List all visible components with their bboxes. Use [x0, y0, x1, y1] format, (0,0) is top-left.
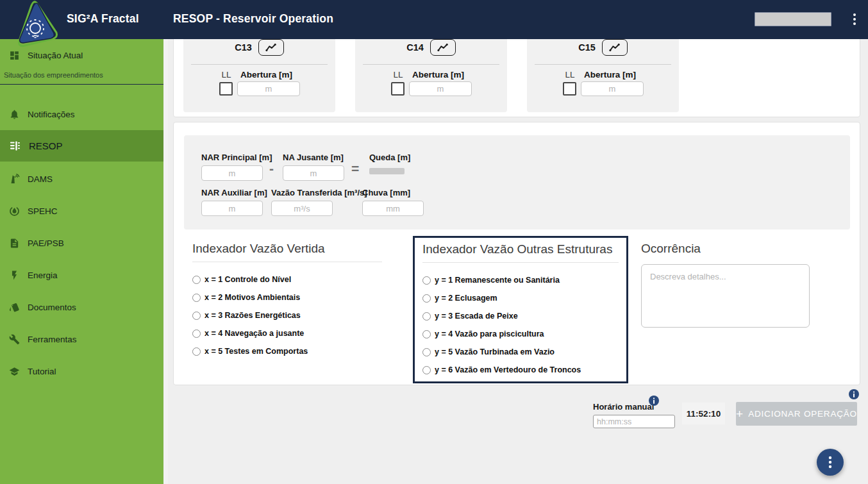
abertura-input[interactable]: [581, 81, 644, 96]
sidebar-item-spehc[interactable]: SPEHC: [0, 203, 163, 219]
sidebar-scrollbar[interactable]: [163, 39, 168, 484]
indexador-vertida-section: Indexador Vazão Vertida x = 1 Controle d…: [192, 242, 382, 360]
indexador-outras-section: Indexador Vazão Outras Estruturas y = 1 …: [413, 236, 628, 383]
sidebar-item-ferramentas[interactable]: Ferramentas: [0, 331, 163, 347]
ocorrencia-textarea[interactable]: [641, 264, 810, 328]
nar-auxiliar-input[interactable]: [201, 201, 263, 216]
horario-manual-input[interactable]: [593, 415, 675, 428]
kebab-menu-icon: [824, 454, 836, 471]
radio-icon[interactable]: [192, 294, 201, 302]
queda-value-bar: [369, 168, 405, 174]
radio-option-y6[interactable]: y = 6 Vazão em Vertedouro de Troncos: [422, 361, 619, 379]
radio-icon[interactable]: [192, 276, 201, 284]
na-jusante-input[interactable]: [283, 165, 344, 181]
fab-more-actions-button[interactable]: [817, 449, 844, 476]
gate-chart-button[interactable]: [258, 39, 284, 56]
radio-icon[interactable]: [422, 294, 431, 303]
radio-icon[interactable]: [192, 330, 201, 338]
sidebar: Situação Atual Situação dos empreendimen…: [0, 39, 163, 484]
ll-checkbox[interactable]: [391, 82, 405, 96]
sidebar-item-documentos[interactable]: Documentos: [0, 299, 163, 315]
ll-label: LL: [391, 70, 405, 79]
tower-signal-icon: [9, 174, 20, 185]
app-logo: [12, 0, 59, 47]
nar-auxiliar-label: NAR Auxiliar [m]: [201, 188, 267, 197]
radio-option-y1[interactable]: y = 1 Remanescente ou Sanitária: [422, 271, 619, 289]
power-drop-icon: [9, 206, 20, 217]
abertura-label: Abertura [m]: [412, 70, 464, 79]
horario-manual-label: Horário manual: [593, 402, 654, 412]
radio-option-y5[interactable]: y = 5 Vazão Turbinada em Vazio: [422, 343, 619, 361]
radio-option-x3[interactable]: x = 3 Razões Energéticas: [192, 306, 382, 324]
sidebar-item-label: Energia: [28, 271, 58, 280]
info-icon[interactable]: [849, 389, 859, 399]
minus-operator: -: [269, 161, 274, 176]
gate-chart-button[interactable]: [430, 39, 456, 56]
sidebar-item-tutorial[interactable]: Tutorial: [0, 363, 163, 380]
bolt-icon: [9, 270, 20, 281]
top-navbar: SIG²A Fractal RESOP - Reservoir Operatio…: [0, 0, 868, 39]
radio-icon[interactable]: [422, 348, 431, 356]
gate-title: C13: [235, 42, 252, 53]
divider: [535, 64, 671, 65]
gate-card-c14: C14 LL Abertura [m]: [355, 31, 507, 112]
gate-title: C14: [406, 42, 424, 53]
ll-checkbox[interactable]: [563, 82, 576, 96]
trend-chart-icon: [435, 42, 451, 53]
sidebar-item-energia[interactable]: Energia: [0, 267, 163, 283]
kebab-menu-icon[interactable]: [849, 12, 860, 28]
vazao-transferida-label: Vazão Transferida [m³/s]: [271, 188, 367, 197]
sidebar-item-pae-psb[interactable]: PAE/PSB: [0, 235, 163, 251]
divider: [363, 64, 499, 65]
chuva-input[interactable]: [362, 201, 424, 216]
operation-panel: NAR Principal [m] - NA Jusante [m] = Que…: [173, 122, 860, 385]
info-icon[interactable]: [649, 396, 659, 406]
radio-option-x2[interactable]: x = 2 Motivos Ambientais: [192, 288, 382, 306]
sidebar-item-notificacoes[interactable]: Notificações: [0, 106, 163, 122]
radio-icon[interactable]: [422, 330, 431, 338]
abertura-input[interactable]: [409, 81, 472, 96]
equals-operator: =: [351, 161, 359, 176]
radio-option-y4[interactable]: y = 4 Vazão para piscicultura: [422, 325, 619, 343]
radio-option-y2[interactable]: y = 2 Eclusagem: [422, 289, 619, 307]
queda-label: Queda [m]: [369, 153, 410, 162]
sidebar-item-dams[interactable]: DAMS: [0, 171, 163, 187]
dam-icon: [9, 140, 21, 152]
radio-icon[interactable]: [422, 312, 431, 321]
na-jusante-label: NA Jusante [m]: [283, 153, 344, 162]
abertura-label: Abertura [m]: [584, 70, 636, 79]
navbar-input[interactable]: [755, 12, 831, 26]
gate-card-c15: C15 LL Abertura [m]: [527, 31, 679, 112]
section-title: Indexador Vazão Vertida: [192, 242, 382, 262]
radio-icon[interactable]: [192, 312, 201, 320]
section-title: Indexador Vazão Outras Estruturas: [422, 242, 619, 263]
vazao-transferida-input[interactable]: [271, 201, 333, 216]
nar-principal-input[interactable]: [201, 165, 263, 181]
nar-principal-label: NAR Principal [m]: [201, 153, 272, 162]
sidebar-item-situacao-atual[interactable]: Situação Atual: [0, 47, 163, 63]
radio-option-x4[interactable]: x = 4 Navegação a jusante: [192, 324, 382, 342]
gates-panel: C13 LL Abertura [m] C14 LL Abertura [m]: [173, 26, 860, 117]
abertura-input[interactable]: [237, 81, 300, 96]
ll-checkbox[interactable]: [219, 82, 233, 96]
adicionar-operacao-button[interactable]: + ADICIONAR OPERAÇÃO: [736, 402, 857, 426]
sidebar-item-label: Notificações: [28, 110, 75, 119]
sidebar-item-label: Situação Atual: [28, 51, 83, 60]
document-icon: [9, 238, 20, 249]
radio-icon[interactable]: [192, 347, 201, 356]
sidebar-item-label: SPEHC: [28, 206, 58, 216]
radio-option-x1[interactable]: x = 1 Controle do Nível: [192, 271, 382, 288]
trend-chart-icon: [606, 42, 623, 53]
chuva-label: Chuva [mm]: [362, 188, 410, 197]
radio-icon[interactable]: [422, 366, 431, 374]
dashboard-icon: [9, 50, 20, 61]
sidebar-item-label: Tutorial: [28, 367, 56, 376]
sidebar-item-label: Documentos: [28, 303, 76, 312]
sidebar-item-label: PAE/PSB: [28, 238, 64, 248]
radio-option-y3[interactable]: y = 3 Escada de Peixe: [422, 307, 619, 325]
radio-option-x5[interactable]: x = 5 Testes em Comportas: [192, 342, 382, 360]
gate-chart-button[interactable]: [602, 39, 628, 56]
sidebar-section-subtitle: Situação dos empreendimentos: [0, 70, 163, 85]
radio-icon[interactable]: [422, 276, 431, 285]
sidebar-item-resop[interactable]: RESOP: [0, 130, 163, 162]
